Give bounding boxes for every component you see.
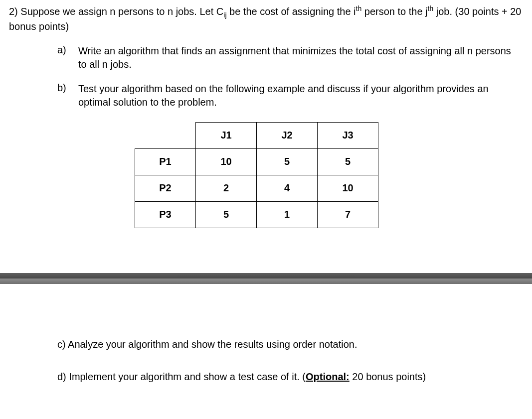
part-a-text: Write an algorithm that finds an assignm… — [78, 44, 512, 71]
part-a: a) Write an algorithm that finds an assi… — [0, 44, 532, 71]
intro-sup-2: th — [428, 4, 434, 12]
table-cell: 5 — [257, 148, 318, 175]
table-cell: 7 — [318, 201, 378, 228]
table-cell: 5 — [318, 148, 378, 175]
cost-table-wrap: J1 J2 J3 P1 10 5 5 P2 2 4 10 P3 5 1 7 — [135, 122, 532, 228]
intro-text-2: be the cost of assigning the i — [227, 6, 356, 17]
part-d: d) Implement your algorithm and show a t… — [57, 370, 512, 384]
intro-text-3: person to the j — [361, 6, 427, 17]
table-row: P3 5 1 7 — [135, 201, 378, 228]
part-d-suffix: 20 bonus points) — [350, 371, 426, 382]
part-c: c) Analyze your algorithm and show the r… — [57, 338, 512, 351]
table-cell: 10 — [318, 175, 378, 201]
part-b-text: Test your algorithm based on the followi… — [78, 82, 512, 109]
table-header-j2: J2 — [257, 122, 318, 148]
bottom-sections: c) Analyze your algorithm and show the r… — [0, 338, 532, 384]
part-a-letter: a) — [57, 44, 78, 56]
table-cell: 1 — [257, 201, 318, 228]
table-row-label-p2: P2 — [135, 175, 196, 201]
cost-table: J1 J2 J3 P1 10 5 5 P2 2 4 10 P3 5 1 7 — [135, 122, 378, 228]
part-b: b) Test your algorithm based on the foll… — [0, 82, 532, 109]
table-cell: 2 — [196, 175, 257, 201]
divider-bar — [0, 273, 532, 284]
intro-sup-1: th — [356, 4, 362, 12]
part-d-prefix: d) Implement your algorithm and show a t… — [57, 371, 306, 382]
table-row-label-p1: P1 — [135, 148, 196, 175]
table-cell: 5 — [196, 201, 257, 228]
table-header-j1: J1 — [196, 122, 257, 148]
part-b-letter: b) — [57, 82, 78, 94]
question-intro: 2) Suppose we assign n persons to n jobs… — [0, 0, 532, 33]
part-d-optional: Optional: — [306, 371, 350, 382]
table-header-row: J1 J2 J3 — [135, 122, 378, 148]
table-row: P2 2 4 10 — [135, 175, 378, 201]
intro-text-1: 2) Suppose we assign n persons to n jobs… — [9, 6, 223, 17]
table-row-label-p3: P3 — [135, 201, 196, 228]
table-corner-empty — [135, 122, 196, 148]
table-header-j3: J3 — [318, 122, 378, 148]
part-c-text: c) Analyze your algorithm and show the r… — [57, 339, 357, 350]
table-cell: 4 — [257, 175, 318, 201]
table-row: P1 10 5 5 — [135, 148, 378, 175]
table-cell: 10 — [196, 148, 257, 175]
